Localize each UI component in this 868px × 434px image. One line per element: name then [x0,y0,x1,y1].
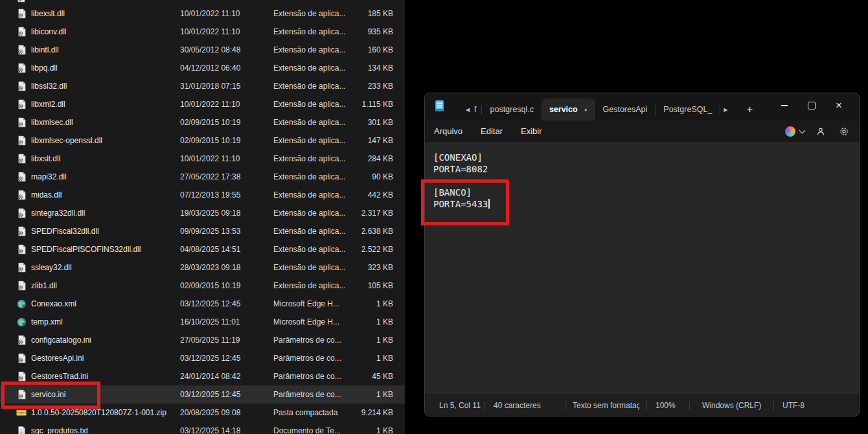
file-date-modified: 27/05/2025 11:19 [180,336,273,345]
character-count: 40 caracteres [494,401,541,410]
close-button[interactable] [825,96,852,115]
file-name: 1.0.0.50-20250820T120807Z-1-001.zip [31,408,180,417]
file-row[interactable]: libxmlsec.dll 02/09/2015 10:19 Extensão … [0,113,405,131]
txt-file-icon [16,426,27,434]
copilot-button[interactable] [785,126,805,137]
tab-servico[interactable]: servico [542,98,595,120]
file-date-modified: 28/03/2023 09:18 [180,263,273,272]
file-name: SPEDFiscalPISCOFINS32dll.dll [31,245,180,254]
menu-editar[interactable]: Editar [472,123,512,139]
tab-overflow[interactable]: f [473,98,481,120]
file-type: Parâmetros de co... [273,390,358,399]
file-row[interactable]: libssl32.dll 31/01/2018 07:15 Extensão d… [0,77,405,95]
file-size: 90 KB [358,172,393,181]
file-date-modified: 27/05/2022 17:38 [180,172,273,181]
menu-exibir[interactable]: Exibir [512,123,551,139]
file-row[interactable]: libxml2.dll 10/01/2022 11:10 Extensão de… [0,95,405,113]
file-row[interactable]: libxmlsec-openssl.dll 02/09/2015 10:19 E… [0,131,405,150]
file-date-modified: 03/12/2025 14:18 [180,426,273,434]
file-name: zlib1.dll [31,281,180,290]
file-name: temp.xml [31,317,180,326]
file-date-modified: 07/12/2013 19:55 [180,190,273,200]
annotation-box-banco-porta [421,179,509,225]
encoding: UTF-8 [782,401,805,410]
line-ending: Windows (CRLF) [702,401,761,410]
file-name: libintl.dll [31,45,180,54]
file-row[interactable]: libintl.dll 30/05/2012 08:48 Extensão de… [0,41,405,59]
file-row[interactable]: libpq.dll 04/12/2012 06:40 Extensão de a… [0,59,405,77]
file-name: GestoresApi.ini [31,354,180,363]
notepad-app-icon [434,100,445,115]
zoom-level: 100% [656,401,676,410]
dll-file-icon [16,99,27,109]
file-row[interactable]: GestoresApi.ini 03/12/2025 12:45 Parâmet… [0,349,405,367]
file-row[interactable]: libexslt.dll 10/01/2022 11:10 Extensão d… [0,5,405,23]
file-date-modified: 20/08/2025 09:08 [180,408,273,417]
file-row[interactable]: configcatalogo.ini 27/05/2025 11:19 Parâ… [0,331,405,349]
dll-file-icon [16,8,27,19]
file-size: 1 KB [358,390,393,399]
tab-strip: f postgresql.cservicoGestoresApiPostgreS… [463,98,758,120]
file-size: 1 KB [358,426,393,434]
file-date-modified: 16/10/2025 11:01 [180,317,273,326]
file-row[interactable]: sgc_produtos.txt 03/12/2025 14:18 Docume… [0,422,405,434]
file-type: Extensão de aplica... [273,245,358,254]
file-row[interactable]: libxslt.dll 10/01/2022 11:10 Extensão de… [0,150,405,168]
file-row[interactable]: zlib1.dll 02/09/2015 10:19 Extensão de a… [0,277,405,295]
dll-file-icon [16,81,27,91]
file-type: Extensão de aplica... [273,281,358,290]
file-row[interactable]: Conexao.xml 03/12/2025 12:45 Microsoft E… [0,295,405,313]
file-type: Microsoft Edge H... [273,317,358,326]
file-type: Extensão de aplica... [273,172,358,181]
ini-file-icon [16,371,27,382]
tab-label: postgresql.c [490,105,533,114]
minimize-icon [781,105,788,106]
file-type: Extensão de aplica... [273,45,358,54]
account-button[interactable] [814,124,828,139]
new-tab-button[interactable] [741,98,758,120]
file-type: Extensão de aplica... [273,82,358,91]
maximize-button[interactable] [798,96,825,115]
file-row[interactable]: temp.xml 16/10/2025 11:01 Microsoft Edge… [0,313,405,331]
tab-label: PostgreSQL_ [663,105,712,114]
file-type: Documento de Te... [273,426,358,434]
tab-label: servico [549,105,578,114]
file-row[interactable]: ssleay32.dll 28/03/2023 09:18 Extensão d… [0,258,405,277]
file-name: configcatalogo.ini [31,336,180,345]
document-format: Texto sem formatação [573,401,639,410]
tab-postgresql_[interactable]: PostgreSQL_ [656,98,720,120]
file-date-modified: 02/09/2015 10:19 [180,118,273,127]
file-name: GestoresTrad.ini [31,372,180,381]
file-row-partial[interactable] [16,0,27,3]
file-type: Extensão de aplica... [273,63,358,73]
file-row[interactable]: sintegra32dll.dll 19/03/2025 09:18 Exten… [0,204,405,222]
scroll-tabs-left-icon[interactable] [463,98,473,120]
file-row[interactable]: mapi32.dll 27/05/2022 17:38 Extensão de … [0,168,405,186]
file-date-modified: 02/09/2015 10:19 [180,281,273,290]
scroll-tabs-right-icon[interactable] [720,98,731,120]
file-date-modified: 24/01/2014 08:42 [180,372,273,381]
file-name: Conexao.xml [31,299,180,308]
minimize-button[interactable] [771,96,798,115]
file-type: Extensão de aplica... [273,136,358,145]
file-date-modified: 09/09/2025 13:53 [180,227,273,236]
file-date-modified: 31/01/2018 07:15 [180,82,273,91]
file-name: midas.dll [31,190,180,200]
file-size: 9.214 KB [358,408,393,417]
tab-gestoresapi[interactable]: GestoresApi [595,98,656,120]
settings-button[interactable] [837,124,851,139]
file-row[interactable]: midas.dll 07/12/2013 19:55 Extensão de a… [0,186,405,204]
file-type: Parâmetros de co... [273,372,358,381]
file-row[interactable]: libiconv.dll 10/01/2022 11:10 Extensão d… [0,23,405,41]
dll-file-icon [16,45,27,55]
file-date-modified: 03/12/2025 12:45 [180,299,273,308]
file-row[interactable]: SPEDFiscalPISCOFINS32dll.dll 04/08/2025 … [0,240,405,258]
file-type: Extensão de aplica... [273,190,358,200]
tab-postgresql.c[interactable]: postgresql.c [482,98,541,120]
dll-file-icon [16,154,27,164]
person-icon [816,126,826,137]
menu-arquivo[interactable]: Arquivo [425,123,472,139]
file-row[interactable]: SPEDFiscal32dll.dll 09/09/2025 13:53 Ext… [0,222,405,240]
file-name: libpq.dll [31,63,180,73]
file-name: libexslt.dll [31,9,180,18]
